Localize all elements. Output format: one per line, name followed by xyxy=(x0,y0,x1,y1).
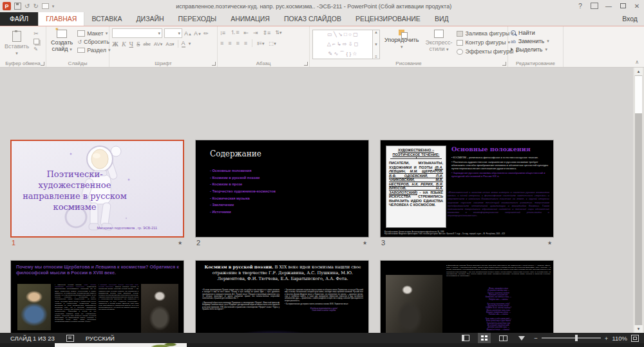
tab-insert[interactable]: ВСТАВКА xyxy=(84,12,129,26)
slide3-bullets: • КОСМИЗМ – религиозно-философское и ест… xyxy=(451,156,549,178)
slideshow-view-button[interactable] xyxy=(515,333,528,343)
columns-button[interactable]: ‖≡▾ xyxy=(257,41,265,46)
underline-button[interactable]: Ч xyxy=(129,41,134,48)
zoom-in-icon[interactable]: + xyxy=(605,335,609,342)
zoom-slider-thumb[interactable] xyxy=(575,335,578,341)
sign-in-link[interactable]: Вход xyxy=(622,12,644,26)
notes-icon[interactable] xyxy=(66,335,74,342)
shrink-font-icon[interactable]: А▼ xyxy=(194,30,202,37)
tab-view[interactable]: ВИД xyxy=(428,12,456,26)
help-icon[interactable]: ? xyxy=(573,3,587,10)
change-case-button[interactable]: Aa▾ xyxy=(166,41,174,47)
slide-thumbnail-2[interactable]: Содержание Основные положения Космизм в … xyxy=(195,140,369,238)
tab-home[interactable]: ГЛАВНАЯ xyxy=(38,12,84,26)
tab-transitions[interactable]: ПЕРЕХОДЫ xyxy=(171,12,224,26)
numbering-button[interactable]: ⒈≡ xyxy=(230,28,239,37)
scrollbar-thumb[interactable] xyxy=(635,76,642,113)
language-indicator[interactable]: РУССКИЙ xyxy=(86,335,115,342)
undo-icon[interactable]: ↺ xyxy=(24,3,30,10)
find-icon xyxy=(511,30,516,35)
select-button[interactable]: Выделить▾ xyxy=(511,46,549,53)
align-left-button[interactable]: ≡ xyxy=(220,40,223,46)
reset-button[interactable]: ↺Сбросить xyxy=(77,39,110,45)
reading-view-button[interactable] xyxy=(497,333,509,343)
align-right-button[interactable]: ≡ xyxy=(236,40,240,46)
fit-to-window-icon[interactable] xyxy=(631,335,639,342)
zoom-level[interactable]: 110% xyxy=(612,335,627,342)
clipboard-group-label: Буфер обмена xyxy=(0,61,46,66)
close-icon[interactable]: ✕ xyxy=(630,3,644,10)
zoom-out-icon[interactable]: − xyxy=(534,335,538,342)
tab-slideshow[interactable]: ПОКАЗ СЛАЙДОВ xyxy=(277,12,348,26)
cut-icon[interactable]: ✂ xyxy=(33,30,39,37)
bottom-strip-slide-edge xyxy=(55,343,187,347)
slide6-paragraph1: В философском наследии Фёдора Ивановича … xyxy=(446,265,551,277)
ribbon-display-icon[interactable] xyxy=(587,3,601,10)
redo-icon[interactable]: ↻ xyxy=(33,3,38,10)
double-strike-icon[interactable]: abc xyxy=(144,41,151,47)
zoom-slider[interactable] xyxy=(542,337,601,339)
tab-animations[interactable]: АНИМАЦИЯ xyxy=(223,12,277,26)
arrange-button[interactable]: Упорядочить ▾ xyxy=(383,28,421,59)
drawing-group-label: Рисование xyxy=(310,61,507,66)
justify-button[interactable]: ≡ xyxy=(244,40,247,46)
slide-thumbnail-3[interactable]: ХУДОЖЕСТВЕННО – ПОЭТИЧЕСКОЕ ТЕЧЕНИЕ: ПИС… xyxy=(380,140,554,238)
slide3-title: Основные положения xyxy=(451,145,549,153)
format-painter-icon[interactable]: ✎ xyxy=(33,46,39,52)
vertical-scrollbar[interactable]: ▲ ▼ xyxy=(633,68,644,333)
bullets-button[interactable]: ⁝≡ xyxy=(220,30,225,36)
font-name-combobox[interactable]: ▾ xyxy=(112,28,162,38)
slide-thumbnail-1[interactable]: Поэтически-художественное направление в … xyxy=(10,140,184,238)
shapes-gallery[interactable]: ▭ ╲ ↘ □ ○ ▢ △ ⌐ ↳ ⇨ ⇩ ◻ ✎ ∿ ⌒ { } ☆ ▲▼≡ xyxy=(312,28,380,59)
restore-icon[interactable] xyxy=(616,3,630,10)
clipboard-dialog-launcher[interactable] xyxy=(41,62,44,66)
paragraph-dialog-launcher[interactable] xyxy=(304,62,308,66)
slide-thumbnail-4[interactable]: Почему мы относим Щербатова и Левшина к … xyxy=(10,260,184,333)
new-slide-button[interactable]: Создать слайд ▾ xyxy=(49,28,75,59)
italic-button[interactable]: К xyxy=(122,41,126,48)
collapse-ribbon-icon[interactable]: ∧ xyxy=(635,59,639,65)
arrange-icon xyxy=(399,30,404,35)
window-title: исправленное.поэтически-худ. напр. рус.к… xyxy=(54,3,573,10)
find-button[interactable]: Найти xyxy=(511,30,549,36)
font-size-combobox[interactable]: ▾ xyxy=(164,28,182,38)
layout-button[interactable]: Макет▾ xyxy=(77,30,110,37)
normal-view-button[interactable] xyxy=(459,333,472,343)
save-icon[interactable] xyxy=(14,3,21,10)
replace-button[interactable]: abЗаменить▾ xyxy=(511,38,549,44)
smartart-button[interactable]: ⬚▾ xyxy=(269,41,276,46)
clear-formatting-icon[interactable]: ✏ xyxy=(204,30,209,37)
slide6-poem: Молчи, скрывайся и таи И чувства и мечты… xyxy=(446,288,551,331)
paste-button[interactable]: Вставить ▾ xyxy=(3,28,31,59)
text-direction-button[interactable]: ⇅▾ xyxy=(275,30,281,35)
grow-font-icon[interactable]: А▲ xyxy=(184,30,192,37)
group-drawing: ▭ ╲ ↘ □ ○ ▢ △ ⌐ ↳ ⇨ ⇩ ◻ ✎ ∿ ⌒ { } ☆ ▲▼≡ … xyxy=(310,26,508,67)
strikethrough-button[interactable]: S xyxy=(137,41,140,48)
font-dialog-launcher[interactable] xyxy=(212,62,216,66)
section-button[interactable]: Раздел▾ xyxy=(77,47,110,53)
scroll-up-icon[interactable]: ▲ xyxy=(634,68,643,75)
slide-thumbnail-5[interactable]: Космизм в русской поэзии. В XIX веке иде… xyxy=(195,260,369,333)
copy-icon[interactable] xyxy=(33,39,39,44)
quick-styles-button[interactable]: Экспресс-стили ▾ xyxy=(424,28,455,59)
levshin-portrait xyxy=(141,284,178,333)
minimize-icon[interactable]: — xyxy=(601,3,616,10)
shapes-scroll[interactable]: ▲▼≡ xyxy=(373,30,380,59)
scroll-down-icon[interactable]: ▼ xyxy=(634,325,643,333)
increase-indent-button[interactable]: ⇥ xyxy=(253,30,258,36)
font-color-button[interactable]: А xyxy=(182,40,185,48)
slide-thumbnail-6[interactable]: В философском наследии Фёдора Ивановича … xyxy=(380,260,554,333)
transition-star-icon: ★ xyxy=(547,240,552,246)
tab-design[interactable]: ДИЗАЙН xyxy=(129,12,171,26)
slide-sorter-view-button[interactable] xyxy=(478,333,491,343)
line-spacing-button[interactable]: ⇕≡ xyxy=(262,30,270,36)
character-spacing-button[interactable]: AV▾ xyxy=(154,41,163,47)
align-center-button[interactable]: ≡ xyxy=(228,40,231,46)
start-slideshow-icon[interactable] xyxy=(42,3,49,9)
decrease-indent-button[interactable]: ⇤ xyxy=(243,30,249,36)
drawing-dialog-launcher[interactable] xyxy=(502,62,506,66)
slide3-quote: «Вдохновленный с исходом седых веков инт… xyxy=(448,191,549,218)
bold-button[interactable]: Ж xyxy=(112,41,118,48)
tab-review[interactable]: РЕЦЕНЗИРОВАНИЕ xyxy=(348,12,428,26)
tab-file[interactable]: ФАЙЛ xyxy=(0,12,38,26)
